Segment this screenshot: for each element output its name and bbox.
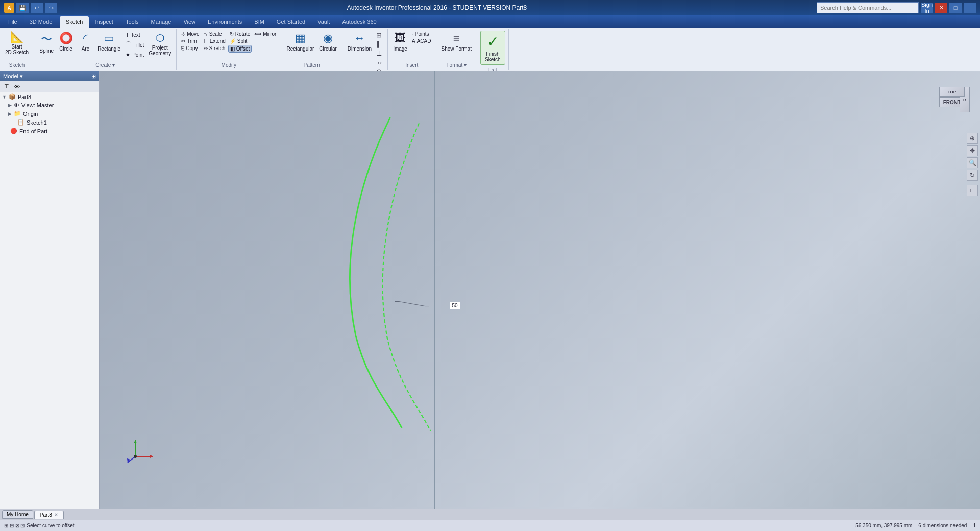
tab-file[interactable]: File [2,16,23,28]
ribbon-group-create: 〜 Spline ⭕ Circle ◜ Arc ▭ Rectangle T Te… [34,29,177,70]
rectangle-btn[interactable]: ▭ Rectangle [95,31,122,53]
image-btn[interactable]: 🖼 Image [391,31,409,53]
tab-my-home[interactable]: My Home [2,510,33,519]
show-format-btn[interactable]: ≡ Show Format [439,31,474,53]
text-btn[interactable]: T Text [124,31,145,39]
tab-vault[interactable]: Vault [311,16,336,28]
extend-icon: ⊢ [204,38,208,44]
split-icon: ⚡ [230,38,236,44]
tree-expand-icon3: ▶ [8,111,12,116]
fillet-btn[interactable]: ⌒ Fillet [124,40,145,50]
tree-end-of-part[interactable]: 🔴 End of Part [0,127,99,135]
rectangular-btn[interactable]: ▦ Rectangular [284,31,316,53]
ribbon-group-modify-label: Modify [179,61,279,69]
coordinates: 56.350 mm, 397.995 mm [855,523,912,528]
extend-btn[interactable]: ⊢ Extend [202,38,227,44]
status-bar: ⊞ ⊟ ⊠ ⊡ Select curve to offset 56.350 mm… [0,520,980,531]
rotate-view-btn[interactable]: ↻ [967,170,978,181]
copy-btn[interactable]: ⎘ Copy [180,45,201,52]
tab-bim[interactable]: BIM [248,16,271,28]
dimension-btn[interactable]: ↔ Dimension [346,31,374,53]
finish-sketch-btn[interactable]: ✓ FinishSketch [480,31,505,65]
ribbon-group-format: ≡ Show Format Format ▾ [436,29,477,70]
search-input[interactable] [817,2,919,13]
tab-environments[interactable]: Environments [202,16,248,28]
create-small-col: T Text ⌒ Fillet ✦ Point [124,31,145,59]
move-btn[interactable]: ⊹ Move [180,31,201,37]
model-panel-title: Model ▾ [3,73,23,80]
spline-btn[interactable]: 〜 Spline [37,31,56,55]
ribbon-group-create-content: 〜 Spline ⭕ Circle ◜ Arc ▭ Rectangle T Te… [36,30,174,61]
pan-btn[interactable]: ✥ [967,145,978,156]
model-panel-header: Model ▾ ⊞ [0,71,99,81]
model-panel-header-left: Model ▾ [3,73,23,80]
tab-manage[interactable]: Manage [145,16,178,28]
tab-tools[interactable]: Tools [119,16,145,28]
search-bar: Sign In ✕ □ ─ [817,2,976,13]
ribbon-group-format-label[interactable]: Format ▾ [438,61,475,69]
stretch-btn[interactable]: ⇔ Stretch [202,45,227,52]
model-panel-expand[interactable]: ⊞ [91,73,96,80]
ribbon-group-sketch-content: 📐 Start2D Sketch [2,30,32,61]
tab-3dmodel[interactable]: 3D Model [23,16,60,28]
filter-btn[interactable]: ⊤ [2,82,11,91]
crosshair-horizontal [100,343,980,343]
tab-autodesk360[interactable]: Autodesk 360 [336,16,382,28]
redo-btn[interactable]: ↪ [45,3,57,13]
zoom-btn[interactable]: 🔍 [967,157,978,168]
tree-origin[interactable]: ▶ 📁 Origin [0,109,99,118]
copy-icon: ⎘ [181,45,184,51]
tab-inspect[interactable]: Inspect [89,16,119,28]
arc-btn[interactable]: ◜ Arc [76,31,94,53]
undo-btn[interactable]: ↩ [31,3,43,13]
dimension-label[interactable]: 50 [450,302,460,309]
trim-btn[interactable]: ✂ Trim [180,38,201,44]
view-btn[interactable]: 👁 [12,82,22,91]
svg-marker-4 [150,455,153,458]
point-btn[interactable]: ✦ Point [124,51,145,59]
dimension-value: 50 [452,303,458,308]
rotate-btn[interactable]: ↻ Rotate [228,31,252,37]
modify-col1: ⊹ Move ✂ Trim ⎘ Copy [180,31,201,52]
start-2d-sketch-btn[interactable]: 📐 Start2D Sketch [3,31,31,56]
points-btn[interactable]: · Points [410,31,432,37]
statusbar-left: ⊞ ⊟ ⊠ ⊡ Select curve to offset [4,523,75,528]
circular-btn[interactable]: ◉ Circular [317,31,338,53]
tab-view[interactable]: View [177,16,202,28]
constrain-horiz[interactable]: ↔ [375,58,384,67]
tree-sketch1[interactable]: 📋 Sketch1 [0,118,99,127]
project-geometry-btn[interactable]: ⬡ ProjectGeometry [146,31,173,57]
maximize-btn[interactable]: □ [949,3,962,13]
scale-btn[interactable]: ⤡ Scale [202,31,227,37]
tree-expand-icon: ▼ [2,94,7,100]
tab-getstarted[interactable]: Get Started [271,16,311,28]
offset-icon: ◧ [230,46,235,52]
display-btn[interactable]: □ [967,185,978,196]
split-btn[interactable]: ⚡ Split [228,38,252,44]
title-bar: A 💾 ↩ ↪ Autodesk Inventor Professional 2… [0,0,980,15]
ribbon-group-modify: ⊹ Move ✂ Trim ⎘ Copy ⤡ Scale ⊢ [177,29,281,70]
constrain-fix[interactable]: ⊞ [375,31,384,39]
constrain-colinear[interactable]: ∥ [375,40,384,49]
tab-close-btn[interactable]: ✕ [54,512,58,517]
statusbar-right: 56.350 mm, 397.995 mm 6 dimensions neede… [855,523,976,528]
canvas[interactable]: 50 FRONT R TOP ⊕ ✥ 🔍 ↻ □ [100,71,980,509]
sign-in-btn[interactable]: Sign In [921,3,933,13]
tree-sketch1-label: Sketch1 [27,119,47,126]
tab-part8[interactable]: Part8 ✕ [34,511,64,519]
offset-btn[interactable]: ◧ Offset [228,45,252,53]
view-cube[interactable]: FRONT R TOP [934,87,970,123]
tree-part8[interactable]: ▼ 📦 Part8 [0,92,99,101]
mirror-btn[interactable]: ⟺ Mirror [253,31,278,37]
quick-access-btn[interactable]: 💾 [16,3,29,13]
zoom-fit-btn[interactable]: ⊕ [967,133,978,144]
minimize-btn[interactable]: ─ [964,3,976,13]
ribbon-group-create-label[interactable]: Create ▾ [36,61,174,69]
circle-btn[interactable]: ⭕ Circle [57,31,75,53]
acad-btn[interactable]: A ACAD [410,38,432,44]
close-btn[interactable]: ✕ [935,3,947,13]
ribbon-group-format-content: ≡ Show Format [438,30,475,61]
constrain-perp[interactable]: ⊥ [375,49,384,58]
tab-sketch[interactable]: Sketch [60,16,89,28]
tree-view-master[interactable]: ▶ 👁 View: Master [0,101,99,109]
